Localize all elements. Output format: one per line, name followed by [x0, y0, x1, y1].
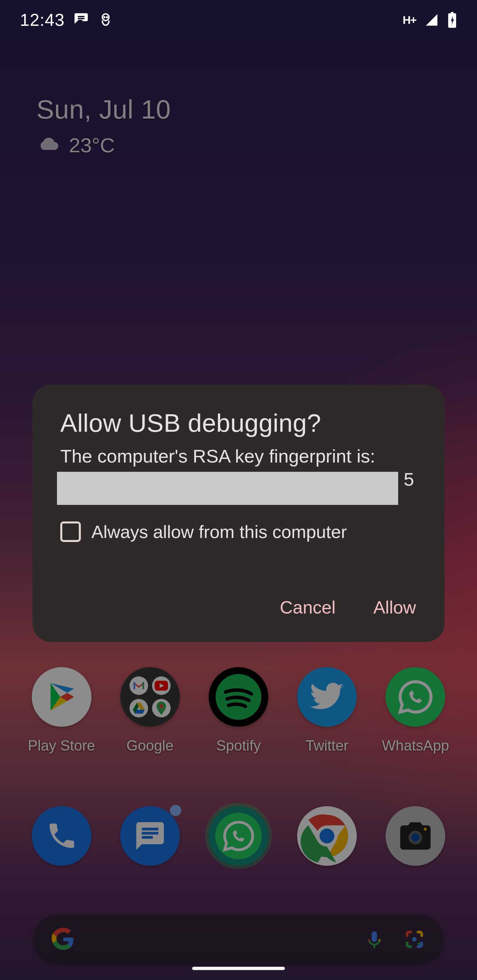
allow-button[interactable]: Allow: [369, 592, 420, 623]
svg-rect-4: [451, 12, 453, 14]
status-time: 12:43: [20, 10, 65, 30]
always-allow-label: Always allow from this computer: [91, 522, 347, 542]
usb-debugging-dialog: Allow USB debugging? The computer's RSA …: [32, 385, 445, 642]
dialog-button-row: Cancel Allow: [60, 592, 420, 623]
always-allow-checkbox[interactable]: [60, 522, 81, 542]
status-bar: 12:43 H+: [0, 0, 477, 40]
fingerprint-redacted-block: [57, 472, 398, 505]
cancel-button[interactable]: Cancel: [276, 592, 340, 623]
gesture-nav-bar[interactable]: [192, 967, 285, 970]
svg-point-1: [104, 17, 105, 18]
svg-point-2: [107, 17, 107, 18]
signal-icon: [425, 13, 439, 27]
network-type-label: H+: [403, 14, 416, 27]
fingerprint-visible-tail: 5: [404, 468, 414, 490]
battery-charging-icon: [447, 12, 457, 28]
debug-notification-icon: [98, 12, 113, 28]
dialog-title: Allow USB debugging?: [60, 409, 417, 438]
dialog-subtitle: The computer's RSA key fingerprint is:: [60, 445, 417, 468]
message-notification-icon: [73, 12, 89, 28]
home-screen: 12:43 H+ Sun, Jul 10 23°C: [0, 0, 477, 980]
fingerprint-row: 5: [60, 471, 417, 506]
always-allow-row[interactable]: Always allow from this computer: [60, 522, 417, 542]
